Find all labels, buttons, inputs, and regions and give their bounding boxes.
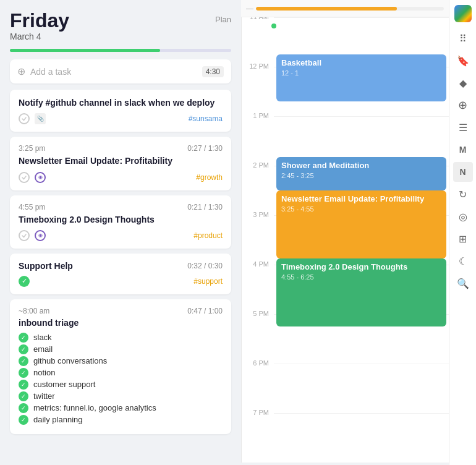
checklist-check: ✓ — [19, 356, 28, 366]
google-calendar-icon[interactable] — [454, 5, 472, 22]
left-panel: Friday March 4 Plan ⊕ Add a task 4:30 No… — [0, 0, 241, 465]
support-check[interactable]: ✓ — [19, 276, 30, 287]
checklist-label: notion — [33, 368, 55, 377]
triage-card: ~8:00 am 0:47 / 1:00 inbound triage ✓sla… — [10, 299, 231, 434]
task-card-notify: Notify #github channel in slack when we … — [10, 90, 231, 132]
checklist-check: ✓ — [19, 368, 28, 378]
plus-icon: ⊕ — [17, 66, 25, 77]
task-footer-notify: 📎 #sunsama — [19, 113, 223, 124]
refresh-icon[interactable]: ↻ — [453, 184, 473, 204]
task-duration-newsletter: 0:27 / 1:30 — [187, 144, 223, 153]
checklist-label: daily planning — [33, 415, 83, 424]
events-container: Basketball 12 - 1 Shower and Meditation … — [274, 17, 449, 463]
calendar-wrapper: — 11 AM 12 PM 1 PM 2 PM 3 PM 4 PM 5 PM 6… — [241, 0, 449, 465]
triage-meta: ~8:00 am 0:47 / 1:00 — [19, 307, 223, 315]
task-time-timeboxing: 4:55 pm — [19, 203, 45, 211]
page-date: March 4 — [10, 32, 69, 41]
event-title: Basketball — [281, 58, 441, 68]
github-icon[interactable]: ⊕ — [453, 95, 473, 115]
event-time: 2:45 - 3:25 — [281, 172, 441, 179]
right-sidebar: ⠿ 🔖 ◆ ⊕ ☰ M N ↻ ◎ ⊞ ☾ 🔍 — [449, 0, 476, 465]
calendar-event[interactable]: Shower and Meditation 2:45 - 3:25 — [276, 157, 446, 190]
task-time-newsletter: 3:25 pm — [19, 144, 45, 153]
cal-progress-fill — [256, 7, 397, 11]
checklist-check: ✓ — [19, 380, 28, 390]
archive-icon[interactable]: ⊞ — [453, 229, 473, 249]
support-footer: ✓ #support — [19, 276, 223, 287]
checklist-item: ✓github conversations — [19, 356, 223, 366]
task-title-timeboxing: Timeboxing 2.0 Design Thoughts — [19, 214, 223, 225]
checklist-item: ✓twitter — [19, 391, 223, 401]
task-footer-newsletter: ◉ #growth — [19, 172, 223, 183]
task-tag-notify: #sunsama — [189, 114, 223, 123]
time-label: 11 AM — [242, 17, 274, 20]
task-meta-newsletter: 3:25 pm 0:27 / 1:30 — [19, 144, 223, 153]
checklist-check: ✓ — [19, 403, 28, 413]
plan-button[interactable]: Plan — [215, 10, 231, 24]
triage-checklist: ✓slack✓email✓github conversations✓notion… — [19, 333, 223, 425]
add-task-row[interactable]: ⊕ Add a task 4:30 — [10, 59, 231, 83]
clip-icon-notify: 📎 — [35, 113, 46, 124]
task-check-timeboxing[interactable] — [19, 230, 30, 241]
header: Friday March 4 Plan — [10, 10, 231, 46]
tag-circle-timeboxing: ◉ — [35, 230, 46, 241]
checklist-item: ✓notion — [19, 368, 223, 378]
page-title: Friday — [10, 10, 69, 32]
checklist-item: ✓email — [19, 344, 223, 354]
notion-icon[interactable]: N — [453, 162, 473, 182]
event-time: 4:55 - 6:25 — [281, 273, 441, 281]
event-time: 12 - 1 — [281, 69, 441, 77]
checklist-label: twitter — [33, 391, 55, 401]
triage-title: inbound triage — [19, 318, 223, 328]
time-label: 7 PM — [242, 409, 274, 416]
moon-icon[interactable]: ☾ — [453, 251, 473, 271]
calendar-event[interactable]: Timeboxing 2.0 Design Thoughts 4:55 - 6:… — [276, 258, 446, 326]
time-label: 12 PM — [242, 62, 274, 70]
event-title: Timeboxing 2.0 Design Thoughts — [281, 262, 441, 272]
cal-dash: — — [246, 4, 253, 13]
bookmark-icon[interactable]: 🔖 — [453, 51, 473, 70]
time-label: 4 PM — [242, 260, 274, 268]
progress-bar-fill — [10, 49, 160, 52]
task-card-newsletter: 3:25 pm 0:27 / 1:30 Newsletter Email Upd… — [10, 137, 231, 190]
add-task-label: Add a task — [30, 67, 71, 77]
cal-progress-bg — [256, 7, 444, 11]
time-label: 5 PM — [242, 310, 274, 317]
checklist-check: ✓ — [19, 391, 28, 401]
task-tag-timeboxing: #product — [193, 231, 223, 240]
checklist-check: ✓ — [19, 415, 28, 425]
target-icon[interactable]: ◎ — [453, 207, 473, 226]
add-task-left: ⊕ Add a task — [17, 66, 71, 77]
support-tag: #support — [193, 277, 223, 286]
checklist-check: ✓ — [19, 333, 28, 343]
people-icon[interactable]: ⠿ — [453, 28, 473, 48]
support-row: Support Help 0:32 / 0:30 — [19, 261, 223, 271]
mail-icon[interactable]: M — [453, 140, 473, 160]
task-footer-timeboxing: ◉ #product — [19, 230, 223, 241]
task-tag-newsletter: #growth — [196, 173, 223, 182]
event-title: Newsletter Email Update: Profitability — [281, 194, 441, 204]
cal-top-bar: — — [241, 0, 449, 17]
task-check-newsletter[interactable] — [19, 172, 30, 183]
triage-duration: 0:47 / 1:00 — [187, 307, 223, 315]
search-icon[interactable]: 🔍 — [453, 273, 473, 293]
diamond-icon[interactable]: ◆ — [453, 73, 473, 93]
task-title-notify: Notify #github channel in slack when we … — [19, 97, 223, 108]
checklist-label: customer support — [33, 380, 95, 389]
support-duration: 0:32 / 0:30 — [187, 262, 223, 270]
progress-bar-bg — [10, 49, 231, 52]
calendar-event[interactable]: Newsletter Email Update: Profitability 3… — [276, 190, 446, 258]
task-check-notify[interactable] — [19, 113, 30, 124]
checklist-label: slack — [33, 333, 52, 342]
calendar-panel[interactable]: 11 AM 12 PM 1 PM 2 PM 3 PM 4 PM 5 PM 6 P… — [241, 17, 449, 463]
checklist-check: ✓ — [19, 344, 28, 354]
calendar-event[interactable]: Basketball 12 - 1 — [276, 54, 446, 101]
checklist-item: ✓customer support — [19, 380, 223, 390]
list-icon[interactable]: ☰ — [453, 117, 473, 137]
checklist-label: metrics: funnel.io, google analytics — [33, 403, 156, 412]
event-time: 3:25 - 4:55 — [281, 205, 441, 213]
time-label: 3 PM — [242, 211, 274, 218]
checklist-label: github conversations — [33, 356, 107, 365]
task-meta-timeboxing: 4:55 pm 0:21 / 1:30 — [19, 203, 223, 211]
checklist-label: email — [33, 344, 53, 354]
